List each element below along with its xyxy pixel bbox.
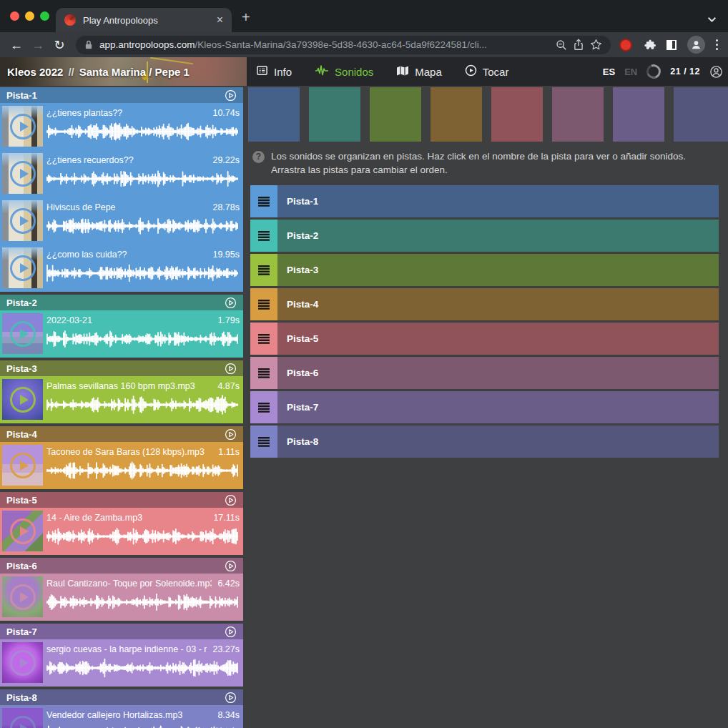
browser-profile-avatar[interactable] xyxy=(687,36,705,54)
record-extension-icon[interactable] xyxy=(619,39,632,51)
track-row-bar[interactable]: Pista-1 xyxy=(277,185,719,217)
track-row-pista-8[interactable]: Pista-8 xyxy=(250,426,719,458)
audio-clip[interactable]: Taconeo de Sara Baras (128 kbps).mp3 1.1… xyxy=(0,442,243,489)
address-bar[interactable]: app.antropoloops.com/Kleos-Santa-Marina/… xyxy=(76,36,611,54)
url-text[interactable]: app.antropoloops.com/Kleos-Santa-Marina/… xyxy=(99,39,549,50)
track-row-pista-1[interactable]: Pista-1 xyxy=(250,185,719,217)
clip-play-icon[interactable] xyxy=(2,153,43,194)
drag-handle-icon[interactable] xyxy=(250,254,277,286)
clip-waveform[interactable] xyxy=(46,591,240,614)
track-row-bar[interactable]: Pista-4 xyxy=(277,288,719,320)
zoom-window-button[interactable] xyxy=(40,11,49,21)
track-row-pista-2[interactable]: Pista-2 xyxy=(250,220,719,252)
track-row-pista-7[interactable]: Pista-7 xyxy=(250,391,719,423)
reload-button[interactable]: ↻ xyxy=(51,39,67,51)
close-window-button[interactable] xyxy=(10,11,19,21)
language-en-button[interactable]: EN xyxy=(624,67,637,77)
clip-play-icon[interactable] xyxy=(2,511,43,551)
clip-thumbnail[interactable] xyxy=(2,247,43,288)
track-header[interactable]: Pista-7 xyxy=(0,624,243,639)
bookmark-star-icon[interactable] xyxy=(590,39,602,51)
track-row-bar[interactable]: Pista-2 xyxy=(277,220,719,252)
audio-clip[interactable]: 2022-03-21 1.79s xyxy=(0,310,243,358)
clip-thumbnail[interactable] xyxy=(2,313,43,354)
track-color-swatch-pista-5[interactable] xyxy=(491,87,543,142)
track-color-swatch-pista-3[interactable] xyxy=(370,87,421,142)
drag-handle-icon[interactable] xyxy=(250,391,277,423)
track-color-swatch-pista-7[interactable] xyxy=(613,87,664,142)
drag-handle-icon[interactable] xyxy=(250,357,277,389)
audio-clip[interactable]: 14 - Aire de Zamba.mp3 17.11s xyxy=(0,508,243,555)
clip-play-icon[interactable] xyxy=(2,106,43,147)
track-row-bar[interactable]: Pista-7 xyxy=(277,391,719,423)
clip-thumbnail[interactable] xyxy=(2,379,43,420)
clip-waveform[interactable] xyxy=(46,215,240,237)
track-row-pista-4[interactable]: Pista-4 xyxy=(250,288,719,320)
clip-play-icon[interactable] xyxy=(2,642,43,683)
track-row-bar[interactable]: Pista-8 xyxy=(277,426,719,458)
clip-waveform[interactable] xyxy=(46,656,240,679)
track-play-icon[interactable] xyxy=(225,692,237,704)
clip-waveform[interactable] xyxy=(46,262,240,285)
lock-icon[interactable] xyxy=(84,39,93,50)
share-icon[interactable] xyxy=(574,39,584,51)
drag-handle-icon[interactable] xyxy=(250,323,277,355)
track-play-icon[interactable] xyxy=(225,297,237,309)
track-row-bar[interactable]: Pista-5 xyxy=(277,323,719,355)
track-color-swatch-pista-8[interactable] xyxy=(674,87,728,142)
nav-tab-tocar[interactable]: Tocar xyxy=(465,64,509,79)
account-icon[interactable] xyxy=(709,65,723,79)
track-play-icon[interactable] xyxy=(225,494,237,506)
clip-thumbnail[interactable] xyxy=(2,642,43,683)
track-play-icon[interactable] xyxy=(225,560,237,572)
clip-waveform[interactable] xyxy=(46,120,240,143)
clip-play-icon[interactable] xyxy=(2,200,43,241)
track-row-bar[interactable]: Pista-3 xyxy=(277,254,719,286)
clip-waveform[interactable] xyxy=(46,525,240,548)
clip-play-icon[interactable] xyxy=(2,708,43,728)
track-row-pista-3[interactable]: Pista-3 xyxy=(250,254,719,286)
track-color-swatch-pista-1[interactable] xyxy=(248,87,300,142)
track-row-pista-5[interactable]: Pista-5 xyxy=(250,323,719,355)
audio-clip[interactable]: Vendedor callejero Hortalizas.mp3 8.34s xyxy=(0,705,243,728)
track-header[interactable]: Pista-3 xyxy=(0,360,243,376)
clip-play-icon[interactable] xyxy=(2,379,43,420)
back-button[interactable]: ← xyxy=(9,39,24,51)
track-header[interactable]: Pista-8 xyxy=(0,689,243,705)
clip-thumbnail[interactable] xyxy=(2,511,43,551)
track-play-icon[interactable] xyxy=(225,428,237,441)
minimize-window-button[interactable] xyxy=(25,11,34,21)
clip-thumbnail[interactable] xyxy=(2,576,43,617)
track-color-swatch-pista-6[interactable] xyxy=(552,87,604,142)
nav-tab-info[interactable]: Info xyxy=(256,64,292,79)
clip-waveform[interactable] xyxy=(46,393,240,416)
track-header[interactable]: Pista-5 xyxy=(0,492,243,508)
track-play-icon[interactable] xyxy=(225,89,237,102)
clip-play-icon[interactable] xyxy=(2,445,43,486)
track-header[interactable]: Pista-1 xyxy=(0,87,243,103)
track-header[interactable]: Pista-6 xyxy=(0,558,243,574)
drag-handle-icon[interactable] xyxy=(250,220,277,252)
audio-clip[interactable]: Raul Cantizano- Toque por Solenoide.mp3 … xyxy=(0,574,243,621)
clip-thumbnail[interactable] xyxy=(2,153,43,194)
tab-close-icon[interactable]: × xyxy=(217,14,223,26)
side-panel-extension-icon[interactable] xyxy=(666,40,677,50)
audio-clip[interactable]: Palmas sevillanas 160 bpm mp3.mp3 4.87s xyxy=(0,376,243,423)
nav-tab-mapa[interactable]: Mapa xyxy=(396,65,442,79)
language-es-button[interactable]: ES xyxy=(603,67,615,77)
audio-clip[interactable]: sergio cuevas - la harpe indienne - 03 -… xyxy=(0,639,243,687)
clip-thumbnail[interactable] xyxy=(2,200,43,241)
drag-handle-icon[interactable] xyxy=(250,426,277,458)
clip-waveform[interactable] xyxy=(46,459,240,482)
session-name[interactable]: Santa Marina / Pepe 1 xyxy=(79,66,190,78)
track-color-swatch-pista-4[interactable] xyxy=(431,87,482,142)
clip-waveform[interactable] xyxy=(46,167,240,190)
track-color-swatch-pista-2[interactable] xyxy=(309,87,360,142)
drag-handle-icon[interactable] xyxy=(250,288,277,320)
nav-tab-sonidos[interactable]: Sonidos xyxy=(315,65,373,79)
track-play-icon[interactable] xyxy=(225,626,237,638)
zoom-level-icon[interactable] xyxy=(556,39,567,51)
audio-clip[interactable]: ¿¿tienes plantas?? 10.74s xyxy=(0,103,243,150)
track-row-pista-6[interactable]: Pista-6 xyxy=(250,357,719,389)
breadcrumb[interactable]: Kleos 2022 // Santa Marina / Pepe 1 xyxy=(0,57,247,86)
